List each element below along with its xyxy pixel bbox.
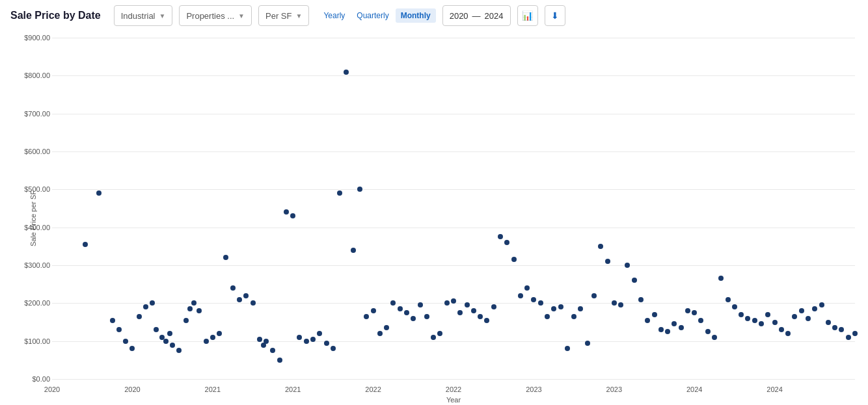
data-point[interactable] xyxy=(826,320,831,325)
data-point[interactable] xyxy=(264,339,269,344)
data-point[interactable] xyxy=(551,306,556,311)
data-point[interactable] xyxy=(752,318,757,323)
data-point[interactable] xyxy=(585,341,590,346)
data-point[interactable] xyxy=(170,343,175,348)
data-point[interactable] xyxy=(344,70,349,75)
data-point[interactable] xyxy=(418,302,423,307)
data-point[interactable] xyxy=(605,259,610,264)
data-point[interactable] xyxy=(658,327,664,332)
data-point[interactable] xyxy=(591,293,597,298)
data-point[interactable] xyxy=(96,190,102,196)
data-point[interactable] xyxy=(578,306,583,311)
data-point[interactable] xyxy=(143,304,148,309)
data-point[interactable] xyxy=(364,314,369,319)
data-point[interactable] xyxy=(451,298,456,304)
data-point[interactable] xyxy=(154,327,159,332)
data-point[interactable] xyxy=(612,300,617,306)
data-point[interactable] xyxy=(558,304,563,309)
data-point[interactable] xyxy=(565,346,570,351)
data-point[interactable] xyxy=(671,321,677,326)
data-point[interactable] xyxy=(799,308,804,313)
data-point[interactable] xyxy=(531,297,536,302)
data-point[interactable] xyxy=(819,302,824,307)
data-point[interactable] xyxy=(846,335,851,340)
data-point[interactable] xyxy=(137,314,142,319)
data-point[interactable] xyxy=(812,306,817,311)
data-point[interactable] xyxy=(538,300,543,306)
data-point[interactable] xyxy=(437,331,442,336)
data-point[interactable] xyxy=(491,304,496,309)
data-point[interactable] xyxy=(504,240,509,245)
data-point[interactable] xyxy=(424,314,429,319)
data-point[interactable] xyxy=(257,337,262,342)
data-point[interactable] xyxy=(732,304,737,309)
data-point[interactable] xyxy=(167,331,172,336)
data-point[interactable] xyxy=(457,310,463,315)
data-point[interactable] xyxy=(665,329,670,334)
data-point[interactable] xyxy=(745,316,750,321)
data-point[interactable] xyxy=(806,316,811,321)
data-point[interactable] xyxy=(129,346,135,351)
data-point[interactable] xyxy=(357,187,362,192)
data-point[interactable] xyxy=(297,335,302,340)
data-point[interactable] xyxy=(511,257,517,262)
data-point[interactable] xyxy=(163,339,169,344)
data-point[interactable] xyxy=(518,293,523,298)
data-point[interactable] xyxy=(150,300,155,306)
data-point[interactable] xyxy=(204,339,209,344)
data-point[interactable] xyxy=(243,293,249,298)
data-point[interactable] xyxy=(692,310,697,315)
data-point[interactable] xyxy=(571,314,576,319)
data-point[interactable] xyxy=(277,358,282,363)
data-point[interactable] xyxy=(390,300,396,306)
monthly-button[interactable]: Monthly xyxy=(396,8,436,23)
data-point[interactable] xyxy=(116,327,122,332)
data-point[interactable] xyxy=(187,306,193,311)
data-point[interactable] xyxy=(230,285,236,291)
data-point[interactable] xyxy=(210,335,215,340)
data-point[interactable] xyxy=(351,248,356,253)
data-point[interactable] xyxy=(726,297,731,302)
data-point[interactable] xyxy=(191,300,197,306)
data-point[interactable] xyxy=(270,348,275,353)
persf-dropdown[interactable]: Per SF ▼ xyxy=(258,5,309,26)
data-point[interactable] xyxy=(712,335,717,340)
data-point[interactable] xyxy=(498,234,503,239)
data-point[interactable] xyxy=(176,348,182,353)
data-point[interactable] xyxy=(779,327,784,332)
data-point[interactable] xyxy=(792,314,797,319)
data-point[interactable] xyxy=(398,306,403,311)
data-point[interactable] xyxy=(685,308,690,313)
data-point[interactable] xyxy=(718,276,724,281)
data-point[interactable] xyxy=(83,242,88,247)
data-point[interactable] xyxy=(852,331,858,336)
data-point[interactable] xyxy=(638,297,644,302)
data-point[interactable] xyxy=(411,316,416,321)
download-icon-btn[interactable]: ⬇ xyxy=(545,5,565,26)
data-point[interactable] xyxy=(478,314,483,319)
data-point[interactable] xyxy=(465,302,470,307)
data-point[interactable] xyxy=(223,255,228,260)
data-point[interactable] xyxy=(759,321,764,326)
data-point[interactable] xyxy=(377,331,383,336)
data-point[interactable] xyxy=(183,318,189,323)
data-point[interactable] xyxy=(765,312,770,317)
data-point[interactable] xyxy=(705,329,711,334)
data-point[interactable] xyxy=(645,318,650,323)
data-point[interactable] xyxy=(431,335,436,340)
data-point[interactable] xyxy=(632,278,637,283)
yearly-button[interactable]: Yearly xyxy=(318,8,350,23)
data-point[interactable] xyxy=(237,297,242,302)
data-point[interactable] xyxy=(652,312,657,317)
data-point[interactable] xyxy=(197,308,202,313)
data-point[interactable] xyxy=(484,318,489,323)
data-point[interactable] xyxy=(471,308,476,313)
data-point[interactable] xyxy=(772,320,778,325)
data-point[interactable] xyxy=(839,327,844,332)
quarterly-button[interactable]: Quarterly xyxy=(351,8,394,23)
data-point[interactable] xyxy=(304,339,309,344)
data-point[interactable] xyxy=(625,263,630,268)
bar-chart-icon-btn[interactable]: 📊 xyxy=(517,5,538,26)
data-point[interactable] xyxy=(679,325,684,330)
data-point[interactable] xyxy=(371,308,376,313)
